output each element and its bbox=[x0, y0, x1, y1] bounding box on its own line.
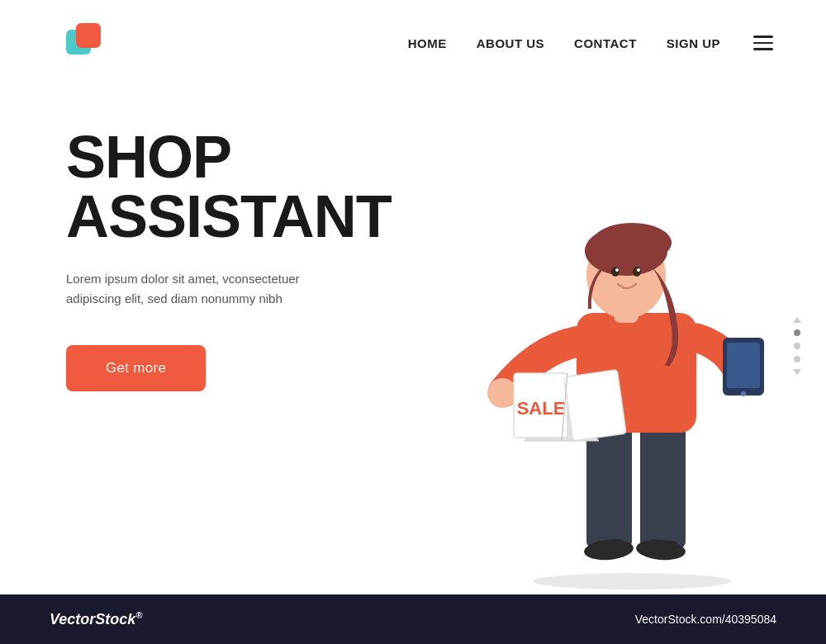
svg-point-15 bbox=[615, 268, 619, 272]
logo-front-square bbox=[76, 23, 101, 48]
nav-home[interactable]: HOME bbox=[408, 36, 447, 50]
scroll-dot-3[interactable] bbox=[794, 356, 800, 362]
scroll-indicator bbox=[793, 317, 801, 375]
scroll-dot-2[interactable] bbox=[794, 343, 800, 349]
nav-signup[interactable]: SIGN UP bbox=[667, 36, 720, 50]
cta-button[interactable]: Get more bbox=[66, 345, 206, 391]
footer-bar: VectorStock® VectorStock.com/40395084 bbox=[0, 594, 826, 644]
svg-text:SALE: SALE bbox=[517, 398, 566, 419]
scroll-down-arrow[interactable] bbox=[793, 369, 801, 375]
svg-point-12 bbox=[592, 223, 672, 263]
svg-rect-19 bbox=[727, 343, 760, 388]
logo bbox=[66, 23, 106, 63]
hero-illustration: SALE bbox=[446, 102, 826, 590]
svg-rect-23 bbox=[564, 370, 626, 441]
footer-url: VectorStock.com/40395084 bbox=[635, 613, 776, 626]
header: HOME ABOUT US CONTACT SIGN UP bbox=[0, 0, 826, 86]
footer-trademark: ® bbox=[135, 610, 142, 620]
svg-rect-2 bbox=[640, 416, 686, 548]
svg-point-17 bbox=[487, 378, 517, 408]
svg-rect-7 bbox=[667, 547, 674, 558]
nav-contact[interactable]: CONTACT bbox=[574, 36, 637, 50]
nav-menu: HOME ABOUT US CONTACT SIGN UP bbox=[408, 32, 776, 54]
hero-section: SHOP ASSISTANT Lorem ipsum dolor sit ame… bbox=[66, 102, 446, 590]
scroll-dot-1[interactable] bbox=[794, 329, 800, 336]
illustration-svg: SALE bbox=[479, 160, 776, 590]
nav-about[interactable]: ABOUT US bbox=[477, 36, 544, 50]
svg-point-20 bbox=[741, 391, 746, 396]
svg-point-16 bbox=[637, 268, 640, 272]
hamburger-menu[interactable] bbox=[750, 32, 776, 54]
footer-brand-name: VectorStock bbox=[50, 611, 135, 627]
svg-rect-4 bbox=[594, 538, 624, 556]
hero-description: Lorem ipsum dolor sit amet, vconsectetue… bbox=[66, 269, 347, 309]
footer-brand: VectorStock® bbox=[50, 610, 142, 628]
scroll-up-arrow[interactable] bbox=[793, 317, 801, 323]
svg-point-14 bbox=[633, 267, 641, 277]
hero-title: SHOP ASSISTANT bbox=[66, 127, 446, 246]
svg-point-13 bbox=[611, 267, 620, 277]
svg-point-0 bbox=[533, 573, 731, 590]
main-content: SHOP ASSISTANT Lorem ipsum dolor sit ame… bbox=[0, 86, 826, 590]
